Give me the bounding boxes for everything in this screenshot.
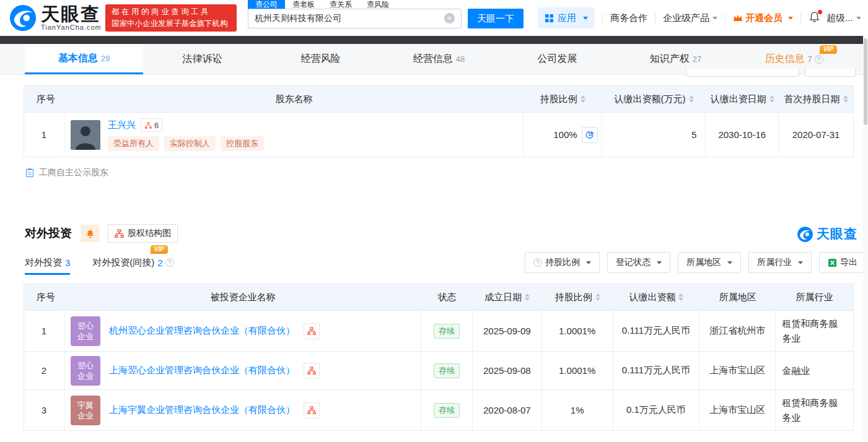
- sort-icon: [525, 293, 530, 301]
- col-invested-company: 被投资企业名称: [64, 284, 421, 310]
- status-badge: 存续: [434, 363, 460, 378]
- tianyancha-swirl-icon: [9, 4, 37, 32]
- company-name-link[interactable]: 上海翌心企业管理咨询合伙企业（有限合伙）: [109, 365, 295, 376]
- company-cell: 宇翼企业 上海宇翼企业管理咨询合伙企业（有限合伙）: [64, 390, 421, 430]
- investment-table: 序号 被投资企业名称 状态 成立日期 持股比例 认缴出资额 所属地区: [24, 284, 854, 431]
- network-icon: [144, 121, 152, 129]
- filter-industry[interactable]: 所属行业: [748, 252, 812, 273]
- col-subscribed-capital[interactable]: 认缴出资额: [613, 284, 700, 310]
- col-established-date[interactable]: 成立日期: [473, 284, 542, 310]
- tab-basic-info[interactable]: 基本信息 29: [25, 44, 143, 74]
- company-header-strip: [0, 36, 868, 44]
- caret-down-icon: [712, 17, 717, 20]
- subtab-direct-investment[interactable]: 对外投资 3: [25, 251, 70, 274]
- monitor-bell-button[interactable]: [81, 225, 99, 242]
- company-avatar[interactable]: 翌心企业: [71, 356, 100, 386]
- tab-label: 经营风险: [301, 53, 341, 66]
- filter-label: 持股比例: [545, 257, 580, 268]
- caret-down-icon: [657, 261, 662, 264]
- tianyancha-swirl-icon: [797, 226, 813, 243]
- search-button[interactable]: 天眼一下: [468, 9, 524, 28]
- row-index: 1: [24, 311, 64, 351]
- scrollbar-thumb[interactable]: [864, 38, 867, 125]
- tab-legal[interactable]: 法律诉讼: [143, 44, 261, 74]
- logo-domain: TianYanCha.com: [41, 24, 102, 31]
- site-logo[interactable]: 天眼查 TianYanCha.com: [9, 4, 102, 32]
- subscribed-capital-cell: 0.111万元人民币: [613, 352, 700, 389]
- equity-chart-button[interactable]: [304, 402, 320, 418]
- export-button[interactable]: 导出: [819, 252, 866, 273]
- col-share-ratio[interactable]: 持股比例: [524, 86, 602, 112]
- subtab-label: 对外投资(间接): [92, 257, 154, 269]
- shareholder-photo[interactable]: [71, 120, 100, 150]
- nav-super-vip-label: 超级...: [826, 12, 853, 24]
- col-status: 状态: [421, 284, 473, 310]
- filter-region[interactable]: 所属地区: [678, 252, 741, 273]
- equity-chart-button[interactable]: [304, 363, 320, 379]
- filter-share-ratio[interactable]: 持股比例: [525, 252, 600, 273]
- relation-count: 6: [154, 121, 159, 130]
- col-subscribe-date[interactable]: 认缴出资日期: [706, 86, 779, 112]
- top-header: 天眼查 TianYanCha.com 都在用的商业查询工具 国家中小企业发展子基…: [0, 0, 868, 36]
- equity-chart-button[interactable]: [304, 323, 320, 339]
- tag-actual-controller[interactable]: 实际控制人: [164, 136, 216, 151]
- nav-open-vip[interactable]: 开通会员: [733, 12, 793, 24]
- shareholder-tags: 受益所有人 实际控制人 控股股东: [108, 136, 264, 151]
- shareholder-name-link[interactable]: 王兴兴: [108, 119, 136, 131]
- clear-search-icon[interactable]: [444, 13, 455, 24]
- truncated-button[interactable]: [686, 69, 799, 77]
- nav-enterprise[interactable]: 企业级产品: [663, 12, 717, 24]
- investment-row: 3 宇翼企业 上海宇翼企业管理咨询合伙企业（有限合伙） 存续: [24, 389, 853, 430]
- filter-label: 登记状态: [616, 257, 651, 268]
- share-ratio-value: 100%: [553, 129, 577, 140]
- share-ratio-cell: 100%: [524, 113, 602, 157]
- tab-count: 29: [101, 54, 110, 63]
- tab-company-development[interactable]: 公司发展: [498, 44, 616, 74]
- notifications-bell-button[interactable]: [809, 11, 820, 25]
- tab-business-info[interactable]: 经营信息 48: [380, 44, 498, 74]
- equity-structure-button[interactable]: 股权结构图: [108, 224, 178, 243]
- truncated-button[interactable]: [805, 69, 856, 77]
- company-avatar-text: 翌心企业: [77, 321, 94, 342]
- sort-icon: [678, 293, 683, 301]
- self-disclosed-shareholders-link[interactable]: 工商自主公示股东: [25, 167, 108, 178]
- row-index: 2: [24, 352, 64, 389]
- company-avatar[interactable]: 宇翼企业: [71, 396, 100, 425]
- company-name-link[interactable]: 上海宇翼企业管理咨询合伙企业（有限合伙）: [109, 404, 295, 416]
- logo-title: 天眼查: [41, 5, 102, 24]
- subtab-indirect-investment[interactable]: 对外投资(间接) 2 VIP: [92, 251, 173, 274]
- sort-icon: [769, 95, 774, 103]
- established-date-cell: 2025-09-08: [473, 352, 542, 389]
- nav-super-vip[interactable]: 超级...: [826, 12, 861, 24]
- tab-label: 经营信息: [413, 53, 453, 66]
- tianyancha-page: 天眼查 TianYanCha.com 都在用的商业查询工具 国家中小企业发展子基…: [0, 0, 868, 442]
- filter-registration-status[interactable]: 登记状态: [607, 252, 670, 273]
- tab-operation-risk[interactable]: 经营风险: [261, 44, 380, 74]
- company-name-link[interactable]: 杭州翌心企业管理咨询合伙企业（有限合伙）: [109, 325, 295, 337]
- tag-controlling-shareholder[interactable]: 控股股东: [221, 136, 264, 151]
- search-input[interactable]: [248, 9, 462, 28]
- investment-section-header: 对外投资 股权结构图: [25, 224, 178, 243]
- col-first-hold-date[interactable]: 首次持股日期: [779, 86, 853, 112]
- tag-beneficial-owner[interactable]: 受益所有人: [108, 136, 159, 151]
- shareholders-table-header: 序号 股东名称 持股比例 认缴出资额(万元) 认缴出资日期 首次持股日期: [24, 86, 853, 112]
- org-chart-icon: [115, 229, 124, 238]
- nav-apps-button[interactable]: 应用: [538, 7, 595, 28]
- col-share-ratio[interactable]: 持股比例: [542, 284, 613, 310]
- notification-dot: [818, 10, 822, 14]
- industry-cell: 金融业: [776, 352, 853, 389]
- col-industry: 所属行业: [776, 284, 853, 310]
- excel-file-icon: [828, 258, 837, 267]
- caret-down-icon: [856, 17, 861, 20]
- help-icon[interactable]: [815, 55, 823, 64]
- company-cell: 翌心企业 杭州翌心企业管理咨询合伙企业（有限合伙）: [64, 311, 421, 351]
- clipboard-icon: [25, 168, 35, 178]
- relation-graph-chip[interactable]: 6: [141, 118, 162, 132]
- person-photo-placeholder: [71, 120, 100, 150]
- help-icon[interactable]: [165, 258, 174, 267]
- pie-chart-button[interactable]: [582, 127, 598, 143]
- company-avatar[interactable]: 翌心企业: [71, 316, 100, 346]
- col-subscribed-capital[interactable]: 认缴出资额(万元): [602, 86, 706, 112]
- nav-cooperation[interactable]: 商务合作: [610, 12, 647, 24]
- investment-subtabs: 对外投资 3 对外投资(间接) 2 VIP: [25, 251, 174, 274]
